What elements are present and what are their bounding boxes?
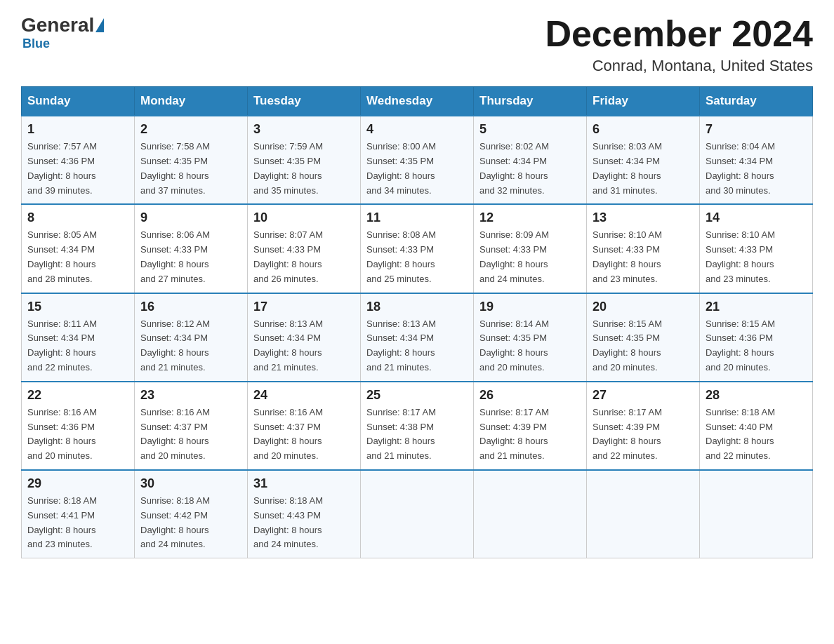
header-saturday: Saturday [700, 87, 813, 116]
day-number: 20 [593, 300, 694, 314]
day-info: Sunrise: 8:13 AMSunset: 4:34 PMDaylight:… [366, 317, 468, 375]
header-friday: Friday [587, 87, 700, 116]
day-info: Sunrise: 8:02 AMSunset: 4:34 PMDaylight:… [479, 140, 581, 198]
day-number: 8 [27, 210, 128, 225]
table-row: 18 Sunrise: 8:13 AMSunset: 4:34 PMDaylig… [361, 293, 474, 382]
table-row: 3 Sunrise: 7:59 AMSunset: 4:35 PMDayligh… [248, 116, 361, 204]
day-number: 11 [366, 210, 468, 225]
day-info: Sunrise: 8:04 AMSunset: 4:34 PMDaylight:… [706, 140, 807, 198]
calendar-week-row: 1 Sunrise: 7:57 AMSunset: 4:36 PMDayligh… [22, 116, 813, 204]
table-row: 7 Sunrise: 8:04 AMSunset: 4:34 PMDayligh… [700, 116, 813, 204]
table-row: 13 Sunrise: 8:10 AMSunset: 4:33 PMDaylig… [587, 204, 700, 293]
table-row [474, 470, 587, 558]
day-info: Sunrise: 8:15 AMSunset: 4:35 PMDaylight:… [593, 317, 694, 375]
day-number: 4 [366, 122, 468, 137]
day-number: 17 [253, 300, 355, 314]
day-number: 2 [140, 122, 241, 137]
day-number: 13 [593, 210, 694, 225]
table-row: 26 Sunrise: 8:17 AMSunset: 4:39 PMDaylig… [474, 382, 587, 470]
day-info: Sunrise: 8:09 AMSunset: 4:33 PMDaylight:… [479, 228, 581, 286]
table-row: 29 Sunrise: 8:18 AMSunset: 4:41 PMDaylig… [22, 470, 135, 558]
day-number: 5 [479, 122, 581, 137]
table-row: 6 Sunrise: 8:03 AMSunset: 4:34 PMDayligh… [587, 116, 700, 204]
table-row: 21 Sunrise: 8:15 AMSunset: 4:36 PMDaylig… [700, 293, 813, 382]
table-row: 30 Sunrise: 8:18 AMSunset: 4:42 PMDaylig… [135, 470, 248, 558]
day-number: 29 [27, 476, 128, 491]
day-number: 18 [366, 300, 468, 314]
title-area: December 2024 Conrad, Montana, United St… [545, 14, 813, 75]
day-info: Sunrise: 8:17 AMSunset: 4:39 PMDaylight:… [593, 405, 694, 464]
table-row: 5 Sunrise: 8:02 AMSunset: 4:34 PMDayligh… [474, 116, 587, 204]
day-number: 3 [253, 122, 355, 137]
header-sunday: Sunday [22, 87, 135, 116]
day-number: 14 [706, 210, 807, 225]
day-number: 9 [140, 210, 241, 225]
day-number: 31 [253, 476, 355, 491]
table-row: 27 Sunrise: 8:17 AMSunset: 4:39 PMDaylig… [587, 382, 700, 470]
table-row: 31 Sunrise: 8:18 AMSunset: 4:43 PMDaylig… [248, 470, 361, 558]
header-thursday: Thursday [474, 87, 587, 116]
table-row [361, 470, 474, 558]
day-info: Sunrise: 8:18 AMSunset: 4:41 PMDaylight:… [27, 494, 128, 552]
day-number: 23 [140, 388, 241, 403]
day-number: 19 [479, 300, 581, 314]
day-info: Sunrise: 8:03 AMSunset: 4:34 PMDaylight:… [593, 140, 694, 198]
day-number: 24 [253, 388, 355, 403]
table-row: 22 Sunrise: 8:16 AMSunset: 4:36 PMDaylig… [22, 382, 135, 470]
table-row: 11 Sunrise: 8:08 AMSunset: 4:33 PMDaylig… [361, 204, 474, 293]
day-info: Sunrise: 8:17 AMSunset: 4:39 PMDaylight:… [479, 405, 581, 464]
table-row: 9 Sunrise: 8:06 AMSunset: 4:33 PMDayligh… [135, 204, 248, 293]
day-number: 15 [27, 300, 128, 314]
table-row: 24 Sunrise: 8:16 AMSunset: 4:37 PMDaylig… [248, 382, 361, 470]
calendar-week-row: 8 Sunrise: 8:05 AMSunset: 4:34 PMDayligh… [22, 204, 813, 293]
table-row: 1 Sunrise: 7:57 AMSunset: 4:36 PMDayligh… [22, 116, 135, 204]
day-number: 7 [706, 122, 807, 137]
logo-general-text: General [21, 14, 94, 36]
day-info: Sunrise: 7:58 AMSunset: 4:35 PMDaylight:… [140, 140, 241, 198]
calendar-week-row: 22 Sunrise: 8:16 AMSunset: 4:36 PMDaylig… [22, 382, 813, 470]
header-wednesday: Wednesday [361, 87, 474, 116]
table-row: 17 Sunrise: 8:13 AMSunset: 4:34 PMDaylig… [248, 293, 361, 382]
day-number: 21 [706, 300, 807, 314]
day-number: 28 [706, 388, 807, 403]
table-row: 8 Sunrise: 8:05 AMSunset: 4:34 PMDayligh… [22, 204, 135, 293]
day-info: Sunrise: 8:11 AMSunset: 4:34 PMDaylight:… [27, 317, 128, 375]
day-info: Sunrise: 7:57 AMSunset: 4:36 PMDaylight:… [27, 140, 128, 198]
day-info: Sunrise: 8:18 AMSunset: 4:42 PMDaylight:… [140, 494, 241, 552]
table-row: 2 Sunrise: 7:58 AMSunset: 4:35 PMDayligh… [135, 116, 248, 204]
day-info: Sunrise: 8:00 AMSunset: 4:35 PMDaylight:… [366, 140, 468, 198]
day-info: Sunrise: 8:16 AMSunset: 4:37 PMDaylight:… [140, 405, 241, 464]
table-row: 14 Sunrise: 8:10 AMSunset: 4:33 PMDaylig… [700, 204, 813, 293]
calendar-week-row: 15 Sunrise: 8:11 AMSunset: 4:34 PMDaylig… [22, 293, 813, 382]
page-header: General Blue December 2024 Conrad, Monta… [21, 14, 813, 75]
calendar-table: Sunday Monday Tuesday Wednesday Thursday… [21, 86, 813, 558]
calendar-week-row: 29 Sunrise: 8:18 AMSunset: 4:41 PMDaylig… [22, 470, 813, 558]
day-info: Sunrise: 7:59 AMSunset: 4:35 PMDaylight:… [253, 140, 355, 198]
table-row: 25 Sunrise: 8:17 AMSunset: 4:38 PMDaylig… [361, 382, 474, 470]
day-number: 30 [140, 476, 241, 491]
day-number: 22 [27, 388, 128, 403]
table-row: 28 Sunrise: 8:18 AMSunset: 4:40 PMDaylig… [700, 382, 813, 470]
day-info: Sunrise: 8:16 AMSunset: 4:37 PMDaylight:… [253, 405, 355, 464]
table-row [587, 470, 700, 558]
table-row: 19 Sunrise: 8:14 AMSunset: 4:35 PMDaylig… [474, 293, 587, 382]
day-number: 26 [479, 388, 581, 403]
day-info: Sunrise: 8:10 AMSunset: 4:33 PMDaylight:… [593, 228, 694, 286]
day-info: Sunrise: 8:14 AMSunset: 4:35 PMDaylight:… [479, 317, 581, 375]
day-info: Sunrise: 8:15 AMSunset: 4:36 PMDaylight:… [706, 317, 807, 375]
table-row: 16 Sunrise: 8:12 AMSunset: 4:34 PMDaylig… [135, 293, 248, 382]
day-info: Sunrise: 8:05 AMSunset: 4:34 PMDaylight:… [27, 228, 128, 286]
logo-blue-text: Blue [22, 36, 50, 51]
day-info: Sunrise: 8:16 AMSunset: 4:36 PMDaylight:… [27, 405, 128, 464]
header-monday: Monday [135, 87, 248, 116]
table-row: 23 Sunrise: 8:16 AMSunset: 4:37 PMDaylig… [135, 382, 248, 470]
table-row: 10 Sunrise: 8:07 AMSunset: 4:33 PMDaylig… [248, 204, 361, 293]
day-number: 10 [253, 210, 355, 225]
table-row: 20 Sunrise: 8:15 AMSunset: 4:35 PMDaylig… [587, 293, 700, 382]
day-info: Sunrise: 8:06 AMSunset: 4:33 PMDaylight:… [140, 228, 241, 286]
weekday-header-row: Sunday Monday Tuesday Wednesday Thursday… [22, 87, 813, 116]
location-subtitle: Conrad, Montana, United States [545, 57, 813, 75]
day-number: 27 [593, 388, 694, 403]
day-info: Sunrise: 8:18 AMSunset: 4:43 PMDaylight:… [253, 494, 355, 552]
day-info: Sunrise: 8:17 AMSunset: 4:38 PMDaylight:… [366, 405, 468, 464]
